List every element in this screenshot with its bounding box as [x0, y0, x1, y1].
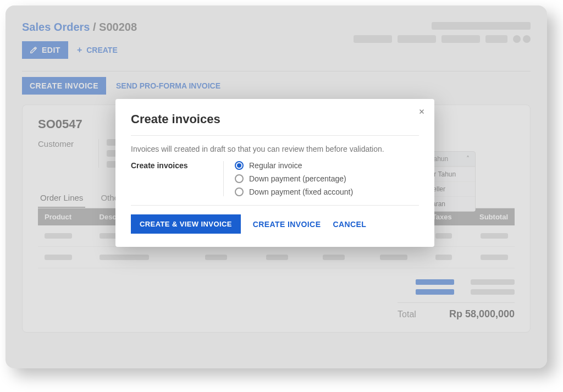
create-button[interactable]: + CREATE: [77, 45, 118, 55]
create-invoice-button[interactable]: CREATE INVOICE: [22, 77, 106, 95]
modal-title: Create invoices: [131, 112, 419, 126]
create-invoice-label: CREATE INVOICE: [30, 81, 98, 90]
create-view-label: CREATE & VIEW INVOICE: [140, 220, 232, 228]
radio-icon: [235, 161, 244, 170]
modal-form-label: Create invoices: [131, 161, 219, 196]
modal-description: Invoices will created in draft so that y…: [131, 145, 419, 153]
total-label: Total: [398, 310, 416, 319]
edit-label: EDIT: [42, 46, 60, 54]
divider: [22, 71, 531, 71]
breadcrumb-current: S00208: [99, 21, 137, 33]
radio-label: Down payment (fixed account): [249, 187, 353, 196]
chevron-up-icon: ˄: [466, 155, 470, 163]
header-right-placeholder: [354, 22, 531, 43]
breadcrumb-sep: /: [93, 21, 96, 33]
send-proforma-label: SEND PRO-FORMA INVOICE: [116, 81, 220, 90]
customer-label: Customer: [38, 139, 82, 148]
cancel-label: CANCEL: [333, 220, 366, 229]
breadcrumb-root[interactable]: Sales Orders: [22, 21, 90, 33]
radio-label: Down payment (percentage): [249, 174, 346, 183]
table-row[interactable]: [38, 247, 515, 268]
col-product: Product: [38, 208, 93, 225]
radio-group: Regular invoice Down payment (percentage…: [223, 161, 353, 196]
radio-down-payment-percentage[interactable]: Down payment (percentage): [235, 174, 353, 183]
totals-block: Total Rp 58,000,000: [38, 279, 515, 320]
radio-down-payment-fixed[interactable]: Down payment (fixed account): [235, 187, 353, 196]
send-proforma-button[interactable]: SEND PRO-FORMA INVOICE: [116, 77, 220, 95]
create-invoice-modal-button[interactable]: CREATE INVOICE: [253, 220, 321, 229]
create-and-view-invoice-button[interactable]: CREATE & VIEW INVOICE: [131, 214, 241, 234]
total-amount: Rp 58,000,000: [449, 308, 515, 320]
close-icon: [418, 108, 426, 115]
radio-regular-invoice[interactable]: Regular invoice: [235, 161, 353, 170]
radio-icon: [235, 174, 244, 183]
create-label: CREATE: [86, 46, 118, 54]
plus-icon: +: [77, 45, 82, 55]
create-invoice-modal-label: CREATE INVOICE: [253, 220, 321, 229]
radio-label: Regular invoice: [249, 161, 302, 170]
radio-icon: [235, 187, 244, 196]
edit-button[interactable]: EDIT: [22, 41, 68, 59]
close-button[interactable]: [418, 108, 426, 118]
cancel-button[interactable]: CANCEL: [333, 220, 366, 229]
pencil-icon: [30, 46, 37, 54]
tab-order-lines[interactable]: Order Lines: [38, 189, 85, 208]
create-invoices-modal: Create invoices Invoices will created in…: [115, 99, 434, 247]
